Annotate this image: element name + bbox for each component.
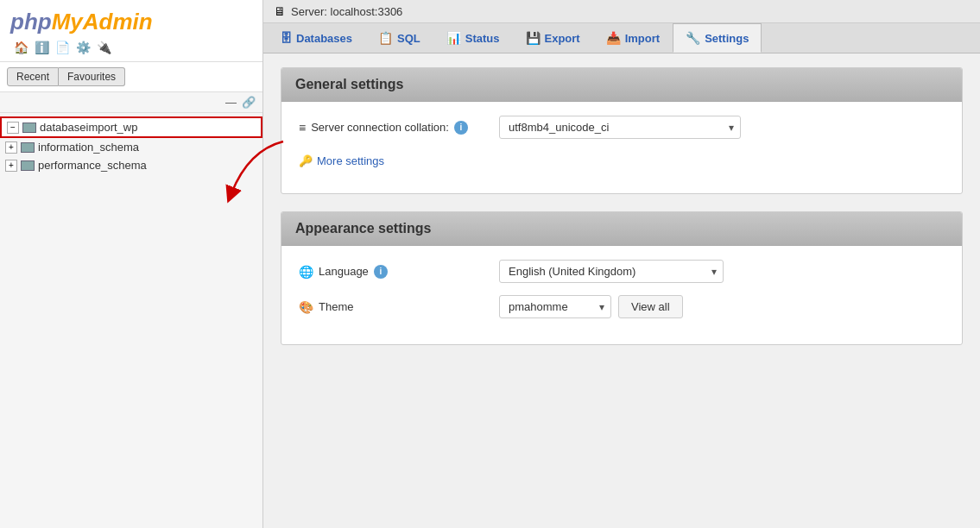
collation-label: ≡ Server connection collation: i	[299, 121, 489, 135]
appearance-settings-body: 🌐 Language i English (United Kingdom) En…	[281, 246, 962, 344]
db-name-performance-schema: performance_schema	[38, 159, 147, 172]
info-icon[interactable]: ℹ️	[33, 39, 50, 56]
collation-info-icon[interactable]: i	[454, 121, 468, 135]
tab-databases[interactable]: 🗄 Databases	[267, 23, 365, 53]
theme-icon: 🎨	[299, 300, 313, 314]
more-settings-row: 🔑 More settings	[299, 151, 945, 167]
language-info-icon[interactable]: i	[374, 265, 388, 279]
favourites-button[interactable]: Favourites	[59, 67, 125, 86]
import-tab-icon: 📥	[606, 31, 621, 45]
collation-control: utf8mb4_unicode_ci utf8mb4_general_ci la…	[499, 116, 741, 139]
db-name-databaseimport-wp: databaseimport_wp	[40, 121, 137, 134]
recent-favourites-bar: Recent Favourites	[0, 62, 262, 92]
db-icon	[21, 160, 35, 171]
theme-select-wrapper: pmahomme original metro	[499, 295, 611, 318]
db-toggle-performance-schema[interactable]: +	[5, 160, 17, 172]
language-label: 🌐 Language i	[299, 265, 489, 279]
database-list: − databaseimport_wp + information_schema…	[0, 113, 262, 528]
db-toggle-databaseimport-wp[interactable]: −	[7, 122, 19, 134]
appearance-settings-header: Appearance settings	[281, 212, 962, 246]
db-item-performance-schema[interactable]: + performance_schema	[0, 156, 262, 174]
main-content: 🖥 Server: localhost:3306 🗄 Databases 📋 S…	[263, 0, 980, 528]
server-bar: 🖥 Server: localhost:3306	[263, 0, 980, 23]
content-area: General settings ≡ Server connection col…	[263, 53, 980, 528]
link-icon[interactable]: 🔗	[242, 96, 256, 109]
logo-php: php	[10, 9, 52, 35]
theme-label-text: Theme	[319, 300, 353, 313]
more-settings-link[interactable]: 🔑 More settings	[299, 154, 384, 167]
view-all-button[interactable]: View all	[618, 295, 683, 318]
settings-tab-icon: 🔧	[686, 31, 700, 45]
theme-select[interactable]: pmahomme original metro	[499, 295, 611, 318]
export-tab-icon: 💾	[526, 31, 541, 45]
home-icon[interactable]: 🏠	[12, 39, 29, 56]
copy-icon[interactable]: 📄	[54, 39, 71, 56]
navigation-tabs: 🗄 Databases 📋 SQL 📊 Status 💾 Export 📥 Im…	[263, 23, 980, 53]
tab-export-label: Export	[545, 32, 580, 45]
sql-tab-icon: 📋	[378, 31, 393, 45]
theme-row: 🎨 Theme pmahomme original metro View all	[299, 295, 945, 318]
db-item-databaseimport-wp[interactable]: − databaseimport_wp	[0, 116, 262, 138]
collation-select[interactable]: utf8mb4_unicode_ci utf8mb4_general_ci la…	[499, 116, 741, 139]
server-title: Server: localhost:3306	[291, 5, 402, 18]
settings-icon[interactable]: ⚙️	[74, 39, 92, 56]
server-icon: 🖥	[274, 4, 286, 18]
tab-settings-label: Settings	[705, 32, 749, 45]
tab-settings[interactable]: 🔧 Settings	[673, 23, 762, 53]
general-settings-body: ≡ Server connection collation: i utf8mb4…	[281, 102, 962, 193]
db-toolbar: — 🔗	[0, 92, 262, 113]
language-select[interactable]: English (United Kingdom) English (US) Fr…	[499, 260, 724, 283]
language-label-text: Language	[319, 265, 369, 278]
logo-text: phpMyAdmin	[10, 9, 153, 35]
tab-sql-label: SQL	[397, 32, 420, 45]
db-icon	[21, 142, 35, 153]
language-icon: 🌐	[299, 265, 313, 279]
theme-label: 🎨 Theme	[299, 300, 489, 314]
language-row: 🌐 Language i English (United Kingdom) En…	[299, 260, 945, 283]
general-settings-section: General settings ≡ Server connection col…	[281, 67, 963, 194]
sidebar: phpMyAdmin 🏠 ℹ️ 📄 ⚙️ 🔌 Recent Favourites…	[0, 0, 263, 528]
collapse-icon[interactable]: —	[225, 96, 237, 109]
tab-import-label: Import	[625, 32, 660, 45]
tab-databases-label: Databases	[296, 32, 352, 45]
more-settings-label: More settings	[317, 154, 384, 167]
language-control: English (United Kingdom) English (US) Fr…	[499, 260, 724, 283]
status-tab-icon: 📊	[446, 31, 461, 45]
exit-icon[interactable]: 🔌	[95, 39, 112, 56]
recent-button[interactable]: Recent	[7, 67, 59, 86]
tab-status[interactable]: 📊 Status	[433, 23, 513, 53]
general-settings-header: General settings	[281, 68, 962, 102]
tab-export[interactable]: 💾 Export	[513, 23, 593, 53]
logo-area: phpMyAdmin 🏠 ℹ️ 📄 ⚙️ 🔌	[0, 0, 262, 62]
appearance-settings-title: Appearance settings	[295, 221, 431, 236]
theme-control: pmahomme original metro View all	[499, 295, 683, 318]
key-icon: 🔑	[299, 154, 313, 167]
tab-import[interactable]: 📥 Import	[593, 23, 673, 53]
appearance-settings-section: Appearance settings 🌐 Language i English…	[281, 211, 963, 345]
tab-sql[interactable]: 📋 SQL	[365, 23, 433, 53]
db-icon	[22, 123, 36, 133]
collation-row: ≡ Server connection collation: i utf8mb4…	[299, 116, 945, 139]
collation-label-text: Server connection collation:	[311, 121, 449, 134]
collation-icon: ≡	[299, 121, 306, 135]
db-item-information-schema[interactable]: + information_schema	[0, 138, 262, 156]
db-toggle-information-schema[interactable]: +	[5, 141, 17, 154]
databases-tab-icon: 🗄	[280, 31, 292, 45]
general-settings-title: General settings	[295, 77, 403, 91]
logo: phpMyAdmin	[10, 9, 252, 35]
db-name-information-schema: information_schema	[38, 141, 139, 154]
logo-myadmin: MyAdmin	[52, 9, 153, 35]
tab-status-label: Status	[465, 32, 500, 45]
logo-icons: 🏠 ℹ️ 📄 ⚙️ 🔌	[10, 39, 252, 56]
